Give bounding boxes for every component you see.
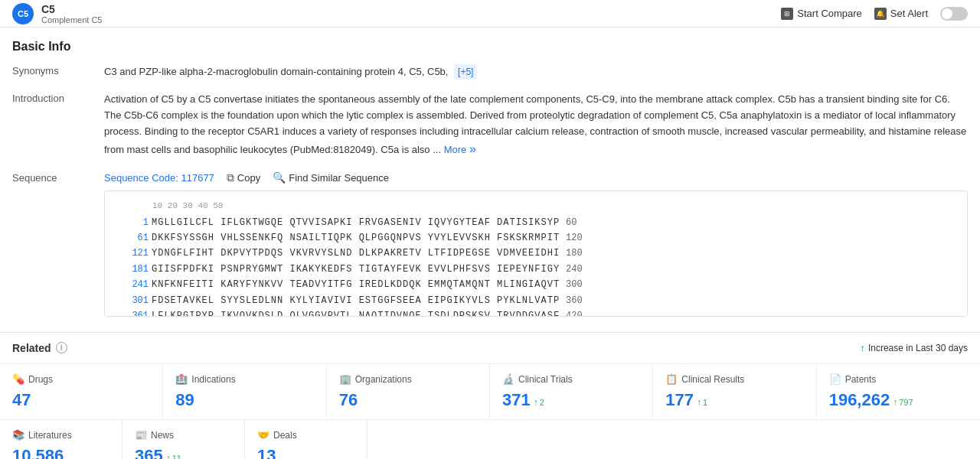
copy-button[interactable]: ⧉ Copy (227, 171, 260, 184)
stat-icon: 🔬 (502, 373, 514, 386)
main-content: Basic Info Synonyms C3 and PZP-like alph… (0, 28, 980, 317)
stat-value-row: 10,586 (12, 446, 109, 459)
set-alert-button[interactable]: 🔔 Set Alert (874, 8, 928, 20)
sequence-box[interactable]: 10 20 30 40 50 1MGLLGILCFL IFLGKTWGQE QT… (104, 190, 968, 317)
stat-icon: 🏢 (339, 373, 351, 386)
stat-value-row: 76 (339, 390, 477, 410)
introduction-text: Activation of C5 by a C5 convertase init… (104, 93, 966, 155)
start-compare-button[interactable]: ⊞ Start Compare (781, 8, 862, 20)
synonyms-more-link[interactable]: [+5] (454, 64, 477, 80)
stat-item[interactable]: 📋 Clinical Results 177↑1 (653, 364, 816, 419)
stat-name: News (151, 430, 174, 441)
expand-icon[interactable]: » (469, 142, 476, 155)
stat-header: 🏥 Indications (175, 373, 313, 386)
seq-row-end: 300 (566, 277, 583, 292)
stat-item-bottom[interactable]: 📰 News 365↑11 (122, 420, 245, 459)
seq-row-num: 121 (114, 246, 149, 261)
stat-value-row: 47 (12, 390, 150, 410)
stat-badge-arrow: ↑ (166, 453, 171, 459)
seq-row-end: 120 (566, 230, 583, 246)
stats-grid-row1: 💊 Drugs 47 🏥 Indications 89 🏢 Organizati… (0, 363, 980, 419)
title-block: C5 Complement C5 (41, 3, 102, 24)
stat-header: 💊 Drugs (12, 373, 150, 386)
stat-item[interactable]: 🏢 Organizations 76 (327, 364, 490, 419)
seq-row: 1MGLLGILCFL IFLGKTWGQE QTVVISAPKI FRVGAS… (114, 215, 958, 230)
find-similar-icon: 🔍 (273, 171, 286, 184)
alert-icon: 🔔 (874, 8, 887, 20)
set-alert-label: Set Alert (890, 8, 928, 19)
sequence-label: Sequence (12, 171, 104, 184)
sequence-rows: 1MGLLGILCFL IFLGKTWGQE QTVVISAPKI FRVGAS… (114, 215, 958, 317)
seq-row-end: 420 (566, 308, 583, 317)
stat-badge: ↑2 (534, 397, 544, 408)
page-subtitle: Complement C5 (41, 15, 102, 24)
toggle-knob (942, 8, 952, 19)
more-link[interactable]: More (444, 144, 467, 155)
copy-label: Copy (237, 172, 260, 184)
stat-header: 📋 Clinical Results (665, 373, 803, 386)
stat-value: 10,586 (12, 446, 64, 459)
stat-header: 🤝 Deals (257, 429, 354, 441)
seq-row: 301FDSETAVKEL SYYSLEDLNN KYLYIAVIVI ESTG… (114, 293, 958, 308)
stat-badge-arrow: ↑ (534, 397, 538, 408)
stat-value-row: 371↑2 (502, 390, 640, 410)
header: C5 C5 Complement C5 ⊞ Start Compare 🔔 Se… (0, 0, 980, 28)
header-left: C5 C5 Complement C5 (12, 3, 102, 24)
logo-text: C5 (18, 9, 28, 18)
stat-value: 13 (257, 446, 276, 459)
stat-item[interactable]: 🔬 Clinical Trials 371↑2 (490, 364, 653, 419)
stat-item-bottom[interactable]: 📚 Literatures 10,586 (0, 420, 122, 459)
seq-row-num: 301 (114, 293, 149, 308)
stat-item-bottom[interactable]: 🤝 Deals 13 (245, 420, 368, 459)
seq-row-end: 180 (566, 246, 583, 261)
stat-header: 🏢 Organizations (339, 373, 477, 386)
stat-name: Drugs (28, 374, 53, 385)
stat-header: 📚 Literatures (12, 429, 109, 441)
stat-icon: 📚 (12, 429, 24, 441)
seq-row-data: MGLLGILCFL IFLGKTWGQE QTVVISAPKI FRVGASE… (152, 215, 560, 230)
stat-value: 371 (502, 390, 531, 409)
stat-value-row: 89 (175, 390, 313, 410)
stat-badge-num: 2 (540, 398, 544, 407)
stat-item[interactable]: 💊 Drugs 47 (0, 364, 163, 419)
introduction-value: Activation of C5 by a C5 convertase init… (104, 92, 968, 159)
stat-name: Clinical Results (681, 374, 744, 385)
seq-row-num: 241 (114, 277, 149, 292)
introduction-label: Introduction (12, 92, 104, 104)
seq-row-end: 360 (566, 293, 583, 308)
related-label: Related (12, 342, 51, 354)
stat-badge-num: 797 (899, 398, 913, 407)
stat-badge: ↑1 (697, 397, 707, 408)
stat-icon: 🤝 (257, 429, 270, 441)
stat-badge-arrow: ↑ (697, 397, 701, 408)
stat-icon: 📰 (135, 429, 147, 441)
basic-info-title: Basic Info (12, 40, 968, 54)
stat-icon: 📄 (829, 373, 841, 386)
seq-row: 121YDNGFLFIHT DKPVYTPDQS VKVRVYSLND DLKP… (114, 246, 958, 261)
stat-icon: 💊 (12, 373, 24, 386)
seq-row-data: LFLKPGIPYP IKVQVKDSLD QLVGGVPVTL NAQTIDV… (152, 308, 560, 317)
find-similar-button[interactable]: 🔍 Find Similar Sequence (273, 171, 389, 184)
seq-row-end: 240 (566, 262, 583, 277)
copy-icon: ⧉ (227, 171, 234, 184)
seq-row-end: 60 (566, 215, 577, 230)
stat-item[interactable]: 📄 Patents 196,262↑797 (817, 364, 980, 419)
alert-toggle[interactable] (940, 7, 968, 21)
seq-row: 61DKKFSYSSGH VHLSSENKFQ NSAILTIQPK QLPGG… (114, 230, 958, 246)
stat-name: Deals (273, 430, 297, 441)
increase-label: ↑ Increase in Last 30 days (860, 342, 968, 354)
compare-icon: ⊞ (781, 8, 793, 20)
page-title: C5 (41, 3, 102, 15)
stat-item[interactable]: 🏥 Indications 89 (163, 364, 326, 419)
stat-value: 89 (175, 390, 194, 409)
related-info-icon[interactable]: i (56, 342, 67, 353)
more-ellipsis: ... (433, 144, 443, 155)
stat-icon: 📋 (665, 373, 678, 386)
header-right: ⊞ Start Compare 🔔 Set Alert (781, 7, 968, 21)
related-title: Related i (12, 342, 67, 354)
start-compare-label: Start Compare (797, 8, 862, 19)
seq-row-data: FDSETAVKEL SYYSLEDLNN KYLYIAVIVI ESTGGFS… (152, 293, 560, 308)
synonyms-label: Synonyms (12, 64, 104, 76)
increase-text: Increase in Last 30 days (868, 343, 968, 353)
stat-header: 📄 Patents (829, 373, 968, 386)
